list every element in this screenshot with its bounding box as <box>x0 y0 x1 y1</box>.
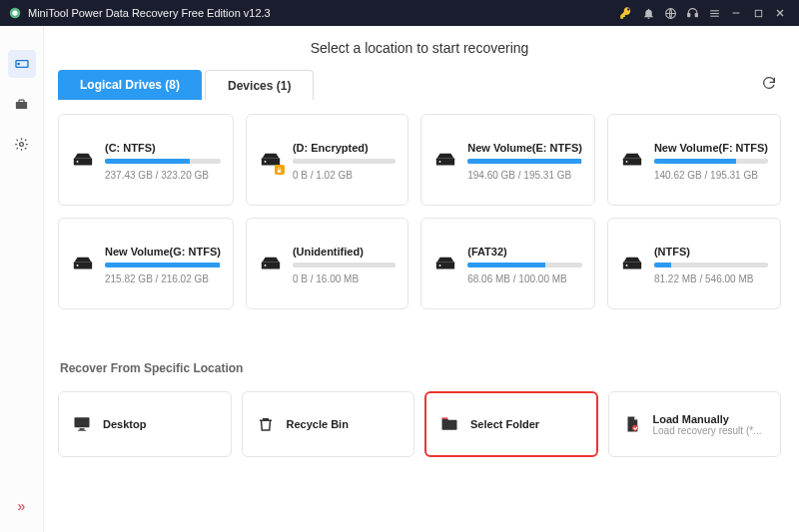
desktop-icon <box>71 413 93 435</box>
location-folder-label: Select Folder <box>470 418 539 430</box>
page-title: Select a location to start recovering <box>58 40 781 56</box>
drive-card[interactable]: (Unidentified)0 B / 16.00 MB <box>246 218 408 309</box>
tab-logical-drives[interactable]: Logical Drives (8) <box>58 70 202 100</box>
sidebar-collapse-icon[interactable]: » <box>18 498 26 514</box>
drive-name: (Unidentified) <box>293 246 396 258</box>
usage-bar <box>293 159 396 164</box>
tab-devices[interactable]: Devices (1) <box>205 70 314 100</box>
svg-point-19 <box>439 161 441 163</box>
location-select-folder[interactable]: Select Folder <box>424 391 598 457</box>
drive-name: (D: Encrypted) <box>293 142 396 154</box>
usage-bar <box>105 263 221 267</box>
drive-name: (NTFS) <box>654 246 768 258</box>
drive-card[interactable]: (NTFS)81.22 MB / 546.00 MB <box>607 218 781 309</box>
folder-icon <box>438 413 460 435</box>
drive-size: 194.60 GB / 195.31 GB <box>467 170 582 181</box>
sidebar-item-settings[interactable] <box>8 130 36 158</box>
drive-card[interactable]: New Volume(E: NTFS)194.60 GB / 195.31 GB <box>420 114 595 206</box>
location-manual-sub: Load recovery result (*... <box>653 425 762 436</box>
tabs-row: Logical Drives (8) Devices (1) <box>58 70 781 100</box>
svg-point-16 <box>265 161 267 163</box>
location-recycle-bin[interactable]: Recycle Bin <box>242 391 415 457</box>
disk-icon <box>433 149 457 173</box>
main-content: Select a location to start recovering Lo… <box>44 26 799 532</box>
svg-point-25 <box>265 265 267 266</box>
notifications-icon[interactable] <box>637 2 659 24</box>
disk-icon <box>433 253 457 276</box>
recycle-bin-icon <box>255 413 277 435</box>
svg-rect-9 <box>755 10 761 16</box>
svg-point-12 <box>20 142 24 146</box>
close-button[interactable] <box>769 2 791 24</box>
disk-icon <box>71 253 95 276</box>
svg-rect-33 <box>442 417 448 419</box>
app-title: MiniTool Power Data Recovery Free Editio… <box>28 7 271 19</box>
title-bar: MiniTool Power Data Recovery Free Editio… <box>0 0 799 26</box>
location-load-manually[interactable]: Load Manually Load recovery result (*... <box>608 391 782 457</box>
svg-point-27 <box>439 265 441 266</box>
minimize-button[interactable] <box>725 2 747 24</box>
svg-rect-3 <box>687 13 689 16</box>
app-logo-icon <box>8 6 22 20</box>
usage-bar <box>467 159 582 164</box>
globe-icon[interactable] <box>659 2 681 24</box>
svg-rect-7 <box>710 15 719 16</box>
sidebar-item-toolbox[interactable] <box>8 90 36 118</box>
location-desktop[interactable]: Desktop <box>58 391 232 457</box>
menu-icon[interactable] <box>703 2 725 24</box>
svg-rect-20 <box>623 158 641 165</box>
drive-card[interactable]: (FAT32)68.06 MB / 100.00 MB <box>420 218 595 309</box>
upgrade-key-icon[interactable] <box>615 2 637 24</box>
section-title-specific: Recover From Specific Location <box>60 361 781 375</box>
drive-name: (C: NTFS) <box>105 142 221 154</box>
maximize-button[interactable] <box>747 2 769 24</box>
svg-rect-30 <box>75 417 90 427</box>
drive-name: New Volume(F: NTFS) <box>654 142 768 154</box>
support-icon[interactable] <box>681 2 703 24</box>
svg-point-11 <box>18 63 19 64</box>
svg-point-23 <box>77 265 79 266</box>
svg-rect-28 <box>623 262 641 268</box>
location-desktop-label: Desktop <box>103 418 146 430</box>
refresh-button[interactable] <box>757 71 781 99</box>
svg-rect-32 <box>78 430 86 431</box>
disk-icon <box>71 149 95 173</box>
usage-bar <box>654 159 768 164</box>
svg-rect-31 <box>80 428 85 430</box>
drives-grid: (C: NTFS)237.43 GB / 323.20 GB(D: Encryp… <box>58 114 781 309</box>
disk-icon <box>259 149 283 173</box>
sidebar-item-recovery[interactable] <box>8 50 36 78</box>
svg-rect-4 <box>695 13 697 16</box>
svg-point-29 <box>626 265 628 266</box>
disk-icon <box>259 253 283 276</box>
drive-card[interactable]: New Volume(F: NTFS)140.62 GB / 195.31 GB <box>607 114 781 206</box>
drive-size: 215.82 GB / 216.02 GB <box>105 273 221 284</box>
drive-size: 140.62 GB / 195.31 GB <box>654 170 768 181</box>
drive-name: (FAT32) <box>467 246 582 258</box>
svg-rect-6 <box>710 12 719 13</box>
usage-bar <box>293 263 396 267</box>
drive-name: New Volume(E: NTFS) <box>467 142 582 154</box>
location-manual-label: Load Manually <box>653 413 762 425</box>
svg-rect-17 <box>278 170 282 173</box>
usage-bar <box>105 159 221 164</box>
svg-point-1 <box>12 10 17 15</box>
usage-bar <box>654 263 768 267</box>
drive-size: 237.43 GB / 323.20 GB <box>105 170 221 181</box>
disk-icon <box>620 253 644 276</box>
disk-icon <box>620 149 644 173</box>
locations-grid: Desktop Recycle Bin Select Folder <box>58 391 781 457</box>
drive-size: 0 B / 16.00 MB <box>293 273 396 284</box>
drive-size: 0 B / 1.02 GB <box>293 170 396 181</box>
drive-card[interactable]: (D: Encrypted)0 B / 1.02 GB <box>246 114 408 206</box>
drive-card[interactable]: New Volume(G: NTFS)215.82 GB / 216.02 GB <box>58 218 234 309</box>
sidebar: » <box>0 26 44 532</box>
lock-badge-icon <box>275 165 285 175</box>
drive-card[interactable]: (C: NTFS)237.43 GB / 323.20 GB <box>58 114 234 206</box>
usage-bar <box>467 263 582 267</box>
load-file-icon <box>621 413 643 435</box>
location-recycle-label: Recycle Bin <box>287 418 349 430</box>
svg-point-21 <box>626 161 628 163</box>
drive-name: New Volume(G: NTFS) <box>105 246 221 258</box>
svg-rect-8 <box>733 13 740 14</box>
